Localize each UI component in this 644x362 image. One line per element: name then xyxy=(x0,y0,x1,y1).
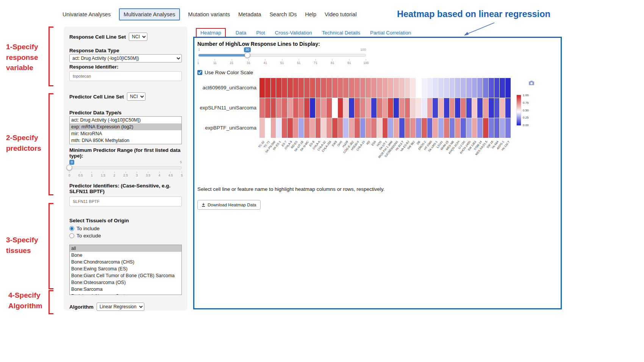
predictor-identifiers-input[interactable] xyxy=(69,197,182,206)
tab-data[interactable]: Data xyxy=(236,30,247,36)
heatmap-cell[interactable] xyxy=(433,118,438,138)
heatmap-cell[interactable] xyxy=(405,98,410,118)
heatmap-cell[interactable] xyxy=(343,78,349,98)
heatmap-cell[interactable] xyxy=(483,78,488,98)
heatmap-cell[interactable] xyxy=(427,78,433,98)
heatmap-cell[interactable] xyxy=(271,78,276,98)
heatmap-cell[interactable] xyxy=(293,118,299,138)
heatmap-cell[interactable] xyxy=(366,98,371,118)
heatmap-cell[interactable] xyxy=(349,98,354,118)
heatmap-cell[interactable] xyxy=(489,98,494,118)
tissue-option-all[interactable]: all xyxy=(70,245,181,252)
heatmap-cell[interactable] xyxy=(494,98,500,118)
heatmap-cell[interactable] xyxy=(265,98,270,118)
heatmap-cell[interactable] xyxy=(360,78,366,98)
heatmap-row-label-expslfn11-unisarcoma[interactable]: expSLFN11_uniSarcoma xyxy=(200,105,256,111)
heatmap-cell[interactable] xyxy=(377,118,382,138)
heatmap-cell[interactable] xyxy=(366,78,371,98)
nav-tab-mutation-variants[interactable]: Mutation variants xyxy=(188,9,230,20)
download-heatmap-data-button[interactable]: Download Heatmap Data xyxy=(197,200,261,210)
heatmap-grid[interactable] xyxy=(259,78,511,138)
heatmap-cell[interactable] xyxy=(483,118,488,138)
heatmap-cell[interactable] xyxy=(299,98,304,118)
heatmap-cell[interactable] xyxy=(505,118,511,138)
heatmap-cell[interactable] xyxy=(383,78,388,98)
tab-cross-validation[interactable]: Cross-Validation xyxy=(275,30,312,36)
heatmap-cell[interactable] xyxy=(427,98,433,118)
tissue-option-bone-giant-cell-tumor-of-bone-gctb-sarcoma[interactable]: Bone:Giant Cell Tumor of Bone (GCTB) Sar… xyxy=(70,272,181,279)
heatmap-col-label-rd[interactable]: RD xyxy=(366,140,371,145)
tab-plot[interactable]: Plot xyxy=(256,30,265,36)
heatmap-col-label-ew8[interactable]: EW8 xyxy=(331,140,338,147)
heatmap-cell[interactable] xyxy=(288,118,293,138)
heatmap-cell[interactable] xyxy=(327,78,332,98)
heatmap-cell[interactable] xyxy=(282,78,287,98)
heatmap-cell[interactable] xyxy=(282,118,287,138)
heatmap-cell[interactable] xyxy=(304,78,309,98)
min-predictor-range-slider[interactable]: 0 5 00.511.522.533.544.55 xyxy=(69,160,182,178)
heatmap-cell[interactable] xyxy=(410,98,416,118)
heatmap-cell[interactable] xyxy=(394,78,399,98)
heatmap-cell[interactable] xyxy=(410,78,416,98)
heatmap-cell[interactable] xyxy=(477,118,483,138)
heatmap-cell[interactable] xyxy=(505,98,511,118)
heatmap-cell[interactable] xyxy=(271,118,276,138)
heatmap-cell[interactable] xyxy=(349,78,354,98)
heatmap-cell[interactable] xyxy=(422,118,427,138)
heatmap-cell[interactable] xyxy=(343,118,349,138)
predictor-option-exp-mrna-expression-log2[interactable]: exp: mRNA Expression (log2) xyxy=(70,123,181,130)
response-cell-line-set-select[interactable]: NCI xyxy=(129,33,147,41)
heatmap-cell[interactable] xyxy=(477,78,483,98)
heatmap-cell[interactable] xyxy=(427,118,433,138)
heatmap-cell[interactable] xyxy=(377,98,382,118)
heatmap-cell[interactable] xyxy=(422,98,427,118)
predictor-cell-line-set-select[interactable]: NCI xyxy=(127,92,145,101)
tissue-option-bone-osteosarcoma-os[interactable]: Bone:Osteosarcoma (OS) xyxy=(70,279,181,286)
heatmap-cell[interactable] xyxy=(444,118,449,138)
heatmap-cell[interactable] xyxy=(316,78,321,98)
heatmap-cell[interactable] xyxy=(394,118,399,138)
heatmap-cell[interactable] xyxy=(276,98,281,118)
heatmap-cell[interactable] xyxy=(276,78,281,98)
heatmap-cell[interactable] xyxy=(405,118,410,138)
slider-track[interactable] xyxy=(198,54,366,57)
tissue-option-bone-chondrosarcoma-chs[interactable]: Bone:Chondrosarcoma (CHS) xyxy=(70,259,181,265)
tissue-exclude-radio[interactable] xyxy=(69,233,74,238)
heatmap-cell[interactable] xyxy=(265,78,270,98)
heatmap-cell[interactable] xyxy=(483,98,488,118)
heatmap-cell[interactable] xyxy=(383,98,388,118)
heatmap-cell[interactable] xyxy=(405,78,410,98)
heatmap-cell[interactable] xyxy=(388,98,393,118)
heatmap-cell[interactable] xyxy=(494,78,500,98)
nav-tab-metadata[interactable]: Metadata xyxy=(238,9,261,20)
tissue-option-bone-ewing-sarcoma-es[interactable]: Bone:Ewing Sarcoma (ES) xyxy=(70,265,181,272)
nav-tab-video-tutorial[interactable]: Video tutorial xyxy=(325,9,356,20)
heatmap-cell[interactable] xyxy=(505,78,511,98)
heatmap-cell[interactable] xyxy=(316,98,321,118)
heatmap-cell[interactable] xyxy=(360,98,366,118)
heatmap-col-label-es6[interactable]: ES6 xyxy=(370,140,377,147)
heatmap-cell[interactable] xyxy=(299,118,304,138)
heatmap-cell[interactable] xyxy=(455,98,460,118)
heatmap-cell[interactable] xyxy=(355,98,360,118)
heatmap-cell[interactable] xyxy=(477,98,483,118)
heatmap-cell[interactable] xyxy=(450,98,455,118)
heatmap-cell[interactable] xyxy=(366,118,371,138)
heatmap-cell[interactable] xyxy=(450,78,455,98)
heatmap-cell[interactable] xyxy=(461,98,466,118)
heatmap-cell[interactable] xyxy=(276,118,281,138)
heatmap-cell[interactable] xyxy=(377,78,382,98)
tissue-option-peripheral-nervous-system[interactable]: Peripheral_Nervous_System xyxy=(70,293,181,295)
heatmap-cell[interactable] xyxy=(466,118,472,138)
heatmap-cell[interactable] xyxy=(360,118,366,138)
heatmap-cell[interactable] xyxy=(338,98,343,118)
tab-technical-details[interactable]: Technical Details xyxy=(322,30,360,36)
heatmap-cell[interactable] xyxy=(271,98,276,118)
heatmap-cell[interactable] xyxy=(327,98,332,118)
heatmap-cell[interactable] xyxy=(299,78,304,98)
heatmap-cell[interactable] xyxy=(500,78,505,98)
heatmap-cell[interactable] xyxy=(327,118,332,138)
camera-icon[interactable] xyxy=(528,80,535,86)
heatmap-cell[interactable] xyxy=(394,98,399,118)
heatmap-cell[interactable] xyxy=(355,78,360,98)
